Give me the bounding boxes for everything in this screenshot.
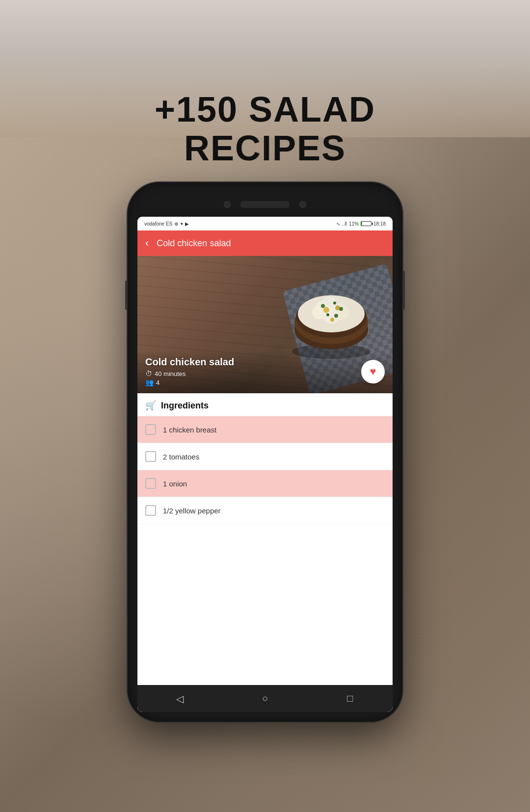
salad-bowl <box>280 266 378 364</box>
phone-top-bar <box>137 192 393 217</box>
svg-point-18 <box>334 314 338 318</box>
heart-icon: ♥ <box>370 365 376 378</box>
battery-percent: 11% <box>349 221 359 227</box>
signal-icons: ⊕ ✦ ▶ <box>174 221 189 227</box>
status-bar: vodafone ES ⊕ ✦ ▶ ∿ ..ll 11% 18:18 <box>137 217 393 230</box>
ingredient-checkbox-2[interactable] <box>145 451 156 462</box>
ingredient-checkbox-4[interactable] <box>145 505 156 516</box>
battery-fill <box>361 222 362 226</box>
back-button[interactable]: ‹ <box>145 237 149 250</box>
favorite-button[interactable]: ♥ <box>361 360 385 383</box>
recipe-time: ⏱ 40 minutes <box>145 370 385 378</box>
ingredient-item: 2 tomatoes <box>137 443 393 470</box>
headline-line1: +150 SALAD <box>155 90 375 129</box>
headline-line2: RECIPES <box>184 128 346 168</box>
recipe-image: Cold chicken salad ⏱ 40 minutes 👥 4 ♥ <box>137 256 393 393</box>
battery-icon <box>361 221 371 226</box>
ingredient-checkbox-1[interactable] <box>145 424 156 435</box>
ingredient-text-4: 1/2 yellow pepper <box>163 507 221 515</box>
ingredients-title: Ingredients <box>161 401 209 411</box>
recipe-servings: 👥 4 <box>145 379 385 386</box>
clock: 18:18 <box>373 221 386 227</box>
page-headline: +150 SALAD RECIPES <box>155 90 375 168</box>
sensor <box>299 201 306 208</box>
phone-screen: vodafone ES ⊕ ✦ ▶ ∿ ..ll 11% 18:18 ‹ Col… <box>137 217 393 712</box>
svg-point-16 <box>339 307 343 311</box>
ingredients-section: 🛒 Ingredients 1 chicken breast 2 tomatoe… <box>137 393 393 685</box>
svg-point-14 <box>321 304 325 308</box>
status-right: ∿ ..ll 11% 18:18 <box>336 221 386 227</box>
svg-point-13 <box>330 318 334 322</box>
ingredient-text-1: 1 chicken breast <box>163 426 216 434</box>
ingredient-item: 1 chicken breast <box>137 416 393 443</box>
ingredients-header: 🛒 Ingredients <box>137 393 393 416</box>
app-bar: ‹ Cold chicken salad <box>137 230 393 256</box>
ingredient-item: 1/2 yellow pepper <box>137 497 393 524</box>
wifi-icon: ∿ <box>336 221 340 227</box>
nav-recent-button[interactable]: □ <box>341 690 359 708</box>
carrier-name: vodafone ES <box>144 221 172 227</box>
svg-point-17 <box>326 313 329 316</box>
time-icon: ⏱ <box>145 370 152 378</box>
svg-point-11 <box>323 307 329 313</box>
bottom-nav-bar: ◁ ○ □ <box>137 685 393 712</box>
side-button-left <box>125 280 128 310</box>
servings-icon: 👥 <box>145 379 154 386</box>
svg-point-15 <box>333 302 336 304</box>
signal-bars: ..ll <box>342 221 347 227</box>
cart-icon: 🛒 <box>145 400 156 411</box>
earpiece-speaker <box>240 201 290 208</box>
ingredient-item: 1 onion <box>137 470 393 497</box>
recipe-meta: ⏱ 40 minutes 👥 4 <box>145 370 385 386</box>
app-bar-title: Cold chicken salad <box>157 238 231 249</box>
status-left: vodafone ES ⊕ ✦ ▶ <box>144 221 189 227</box>
recipe-name-overlay: Cold chicken salad <box>145 356 385 368</box>
phone-device: vodafone ES ⊕ ✦ ▶ ∿ ..ll 11% 18:18 ‹ Col… <box>128 182 402 722</box>
front-camera <box>224 201 231 208</box>
ingredient-checkbox-3[interactable] <box>145 478 156 489</box>
recipe-info-overlay: Cold chicken salad ⏱ 40 minutes 👥 4 <box>137 351 393 393</box>
nav-home-button[interactable]: ○ <box>256 690 274 708</box>
side-button-right <box>402 271 405 310</box>
ingredient-text-3: 1 onion <box>163 480 187 488</box>
ingredient-text-2: 2 tomatoes <box>163 453 199 461</box>
nav-back-button[interactable]: ◁ <box>171 690 189 708</box>
